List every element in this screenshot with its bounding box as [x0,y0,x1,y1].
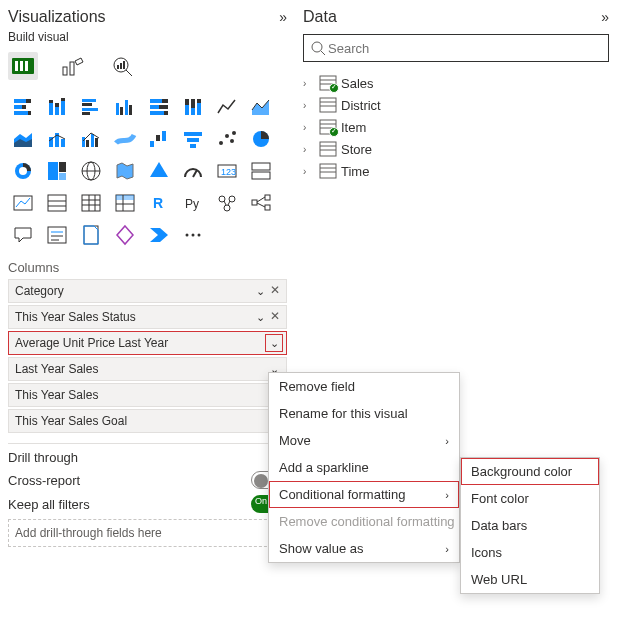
search-input[interactable] [326,40,602,57]
svg-rect-49 [82,137,85,147]
stacked-bar-icon[interactable] [8,92,38,122]
remove-field-icon[interactable]: ✕ [268,309,282,325]
filled-map-icon[interactable] [110,156,140,186]
menu-web-url[interactable]: Web URL [461,566,599,593]
menu-add-sparkline[interactable]: Add a sparkline [269,454,459,481]
chevron-down-icon[interactable]: ⌄ [252,309,268,325]
stacked-column-icon[interactable] [42,92,72,122]
search-input-container [303,34,609,62]
map-icon[interactable] [76,156,106,186]
table-label: District [341,98,381,113]
table-label: Item [341,120,366,135]
ribbon-chart-icon[interactable] [110,124,140,154]
azure-map-icon[interactable] [144,156,174,186]
card-icon[interactable]: 123 [212,156,242,186]
decomposition-tree-icon[interactable] [246,188,276,218]
field-this-year-sales[interactable]: This Year Sales ⌄ [8,383,287,407]
svg-rect-11 [14,99,26,103]
collapse-viz-icon[interactable]: » [279,9,287,25]
qa-visual-icon[interactable] [8,220,38,250]
build-visual-tab[interactable] [8,52,38,80]
menu-background-color[interactable]: Background color [461,458,599,485]
svg-rect-68 [59,173,66,180]
field-this-year-sales-status[interactable]: This Year Sales Status ⌄✕ [8,305,287,329]
svg-rect-100 [265,205,270,210]
field-last-year-sales[interactable]: Last Year Sales ⌄ [8,357,287,381]
svg-marker-109 [150,228,168,242]
svg-rect-98 [252,200,257,205]
analytics-tab[interactable] [108,52,138,80]
svg-rect-5 [70,62,74,75]
menu-font-color[interactable]: Font color [461,485,599,512]
menu-conditional-formatting[interactable]: Conditional formatting› [269,481,459,508]
hundred-stacked-column-icon[interactable] [178,92,208,122]
table-district[interactable]: › District [303,94,609,116]
kpi-icon[interactable] [8,188,38,218]
field-avg-unit-price-last-year[interactable]: Average Unit Price Last Year ⌄ [8,331,287,355]
treemap-icon[interactable] [42,156,72,186]
svg-line-101 [257,197,265,202]
power-apps-icon[interactable] [110,220,140,250]
svg-line-73 [193,170,197,177]
format-visual-tab[interactable] [58,52,88,80]
svg-line-114 [321,51,325,55]
field-this-year-sales-goal[interactable]: This Year Sales Goal ⌄ [8,409,287,433]
line-clustered-column-icon[interactable] [76,124,106,154]
matrix-icon[interactable] [110,188,140,218]
remove-field-icon[interactable]: ✕ [268,283,282,299]
area-chart-icon[interactable] [246,92,276,122]
svg-rect-13 [14,105,22,109]
chevron-right-icon: › [445,543,449,555]
svg-rect-22 [61,98,65,101]
menu-move[interactable]: Move› [269,427,459,454]
menu-remove-conditional-formatting: Remove conditional formatting [269,508,459,535]
line-stacked-column-icon[interactable] [42,124,72,154]
pie-icon[interactable] [246,124,276,154]
hundred-stacked-bar-icon[interactable] [144,92,174,122]
table-icon[interactable] [76,188,106,218]
svg-text:Py: Py [185,197,199,211]
menu-rename[interactable]: Rename for this visual [269,400,459,427]
svg-rect-34 [159,105,168,109]
waterfall-icon[interactable] [144,124,174,154]
svg-rect-21 [61,101,65,115]
field-label: This Year Sales [15,388,98,402]
more-visuals-icon[interactable] [178,220,208,250]
multi-row-card-icon[interactable] [246,156,276,186]
svg-rect-19 [55,107,59,115]
table-sales[interactable]: › Sales [303,72,609,94]
field-category[interactable]: Category ⌄✕ [8,279,287,303]
smart-narrative-icon[interactable] [42,220,72,250]
svg-rect-88 [116,195,134,200]
stacked-area-icon[interactable] [8,124,38,154]
svg-rect-18 [49,100,53,103]
chevron-down-icon[interactable]: ⌄ [266,335,282,351]
chevron-down-icon[interactable]: ⌄ [252,283,268,299]
paginated-report-icon[interactable] [76,220,106,250]
menu-show-value-as[interactable]: Show value as› [269,535,459,562]
table-item[interactable]: › Item [303,116,609,138]
table-store[interactable]: › Store [303,138,609,160]
table-time[interactable]: › Time [303,160,609,182]
collapse-data-icon[interactable]: » [601,9,609,25]
py-visual-icon[interactable]: Py [178,188,208,218]
r-visual-icon[interactable]: R [144,188,174,218]
visualizations-panel: Visualizations » Build visual [0,0,295,627]
donut-icon[interactable] [8,156,38,186]
key-influencers-icon[interactable] [212,188,242,218]
menu-data-bars[interactable]: Data bars [461,512,599,539]
clustered-bar-icon[interactable] [76,92,106,122]
line-chart-icon[interactable] [212,92,242,122]
gauge-icon[interactable] [178,156,208,186]
power-automate-icon[interactable] [144,220,174,250]
svg-rect-107 [84,226,98,244]
funnel-icon[interactable] [178,124,208,154]
scatter-icon[interactable] [212,124,242,154]
slicer-icon[interactable] [42,188,72,218]
drill-through-drop-area[interactable]: Add drill-through fields here [8,519,287,547]
svg-point-65 [19,167,27,175]
menu-icons[interactable]: Icons [461,539,599,566]
svg-rect-9 [120,63,122,69]
menu-remove-field[interactable]: Remove field [269,373,459,400]
clustered-column-icon[interactable] [110,92,140,122]
